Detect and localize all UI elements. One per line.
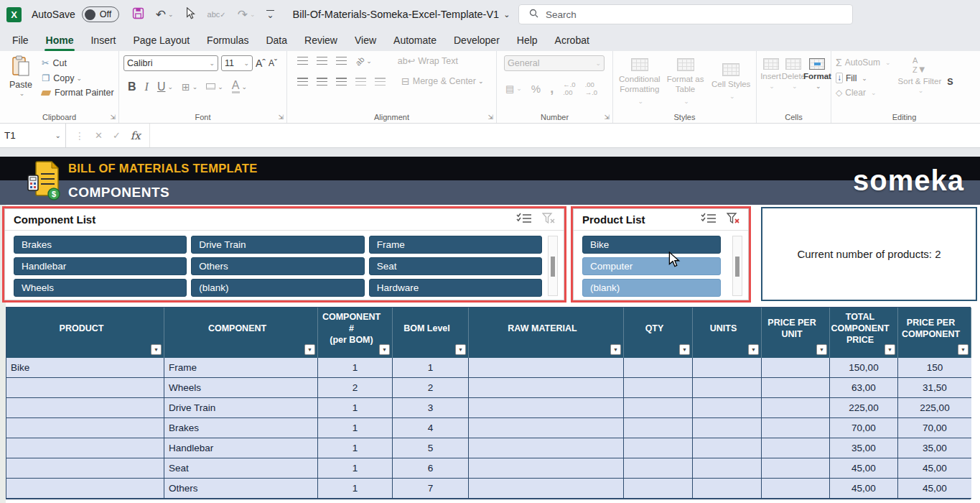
decrease-font-icon[interactable]: Aˇ — [269, 58, 277, 68]
col-header-price-per-unit[interactable]: PRICE PER UNIT▼ — [762, 308, 830, 358]
col-header-total-component-price[interactable]: TOTAL COMPONENT PRICE▼ — [830, 308, 898, 358]
scrollbar-thumb[interactable] — [551, 257, 555, 277]
slicer-item-bike[interactable]: Bike — [582, 236, 721, 254]
align-middle-icon[interactable] — [317, 57, 327, 65]
col-header-raw-material[interactable]: RAW MATERIAL▼ — [469, 308, 624, 358]
cell-product[interactable] — [6, 398, 164, 418]
number-dialog-launcher-icon[interactable]: ⇲ — [604, 114, 610, 121]
cell-product[interactable] — [6, 438, 164, 458]
cell-total-component-price[interactable]: 150,00 — [830, 358, 898, 378]
filter-dropdown-icon[interactable]: ▼ — [304, 344, 315, 355]
cell-price-per-unit[interactable] — [762, 378, 830, 398]
orientation-button[interactable]: ab⌄ — [355, 57, 372, 65]
align-center-icon[interactable] — [317, 78, 327, 86]
tab-help[interactable]: Help — [508, 30, 546, 50]
tab-developer[interactable]: Developer — [445, 30, 508, 50]
fill-color-button[interactable]: ⌄ — [206, 83, 223, 91]
cell-price-per-component[interactable]: 45,00 — [898, 458, 971, 479]
cell-bom-level[interactable]: 5 — [393, 438, 469, 458]
cell-price-per-unit[interactable] — [762, 458, 830, 479]
autosave-toggle[interactable]: Off — [82, 6, 119, 22]
filter-dropdown-icon[interactable]: ▼ — [679, 344, 690, 355]
filter-dropdown-icon[interactable]: ▼ — [379, 344, 390, 355]
cell-units[interactable] — [693, 479, 762, 499]
cell-component-no[interactable]: 1 — [318, 398, 393, 418]
paste-button[interactable]: Paste ⌄ — [4, 55, 37, 97]
save-icon[interactable] — [132, 7, 144, 22]
align-left-icon[interactable] — [297, 78, 308, 86]
cell-total-component-price[interactable]: 35,00 — [830, 438, 898, 458]
cell-units[interactable] — [693, 418, 762, 438]
cell-units[interactable] — [693, 358, 762, 378]
filter-dropdown-icon[interactable]: ▼ — [748, 344, 759, 355]
cell-units[interactable] — [693, 378, 762, 398]
cell-component-no[interactable]: 1 — [318, 458, 393, 479]
cell-component[interactable]: Wheels — [164, 378, 318, 398]
cell-bom-level[interactable]: 3 — [393, 398, 469, 418]
underline-button[interactable]: U⌄ — [157, 80, 173, 93]
cell-total-component-price[interactable]: 70,00 — [830, 418, 898, 438]
component-slicer-scrollbar[interactable] — [548, 236, 558, 296]
format-cells-button[interactable]: Format⌄ — [806, 55, 829, 90]
align-top-icon[interactable] — [297, 57, 308, 65]
excel-logo-icon[interactable]: X — [6, 7, 22, 22]
cell-product[interactable] — [6, 458, 164, 479]
font-color-button[interactable]: A⌄ — [232, 80, 247, 93]
cell-bom-level[interactable]: 4 — [393, 418, 469, 438]
cell-bom-level[interactable]: 1 — [393, 358, 469, 378]
slicer-item-wheels[interactable]: Wheels — [14, 279, 187, 297]
cell-component[interactable]: Seat — [164, 458, 318, 479]
tab-page-layout[interactable]: Page Layout — [124, 30, 198, 50]
cell-component-no[interactable]: 1 — [318, 438, 393, 458]
col-header-component[interactable]: COMPONENT▼ — [164, 308, 318, 358]
clear-filter-icon-active[interactable] — [727, 213, 739, 227]
slicer-item-others[interactable]: Others — [191, 257, 364, 275]
cell-price-per-component[interactable]: 225,00 — [898, 398, 971, 418]
cell-total-component-price[interactable]: 63,00 — [830, 378, 898, 398]
customize-qat-icon[interactable]: ⌄ — [266, 10, 274, 19]
align-bottom-icon[interactable] — [336, 57, 347, 65]
filter-dropdown-icon[interactable]: ▼ — [151, 344, 162, 355]
document-title[interactable]: Bill-Of-Materials-Someka-Excel-Template-… — [293, 9, 500, 20]
slicer-item-blank-component[interactable]: (blank) — [191, 279, 364, 297]
slicer-item-seat[interactable]: Seat — [369, 257, 542, 275]
cell-price-per-component[interactable]: 35,00 — [898, 438, 971, 458]
align-right-icon[interactable] — [336, 78, 347, 86]
bold-button[interactable]: B — [128, 80, 136, 93]
cell-component[interactable]: Brakes — [164, 418, 318, 438]
search-bar[interactable] — [518, 4, 853, 24]
cell-price-per-unit[interactable] — [762, 479, 830, 499]
filter-dropdown-icon[interactable]: ▼ — [455, 344, 466, 355]
tab-insert[interactable]: Insert — [82, 30, 124, 50]
product-slicer-scrollbar[interactable] — [732, 236, 742, 296]
filter-dropdown-icon[interactable]: ▼ — [885, 344, 895, 355]
cell-price-per-unit[interactable] — [762, 418, 830, 438]
cell-product[interactable] — [6, 479, 164, 499]
cell-raw-material[interactable] — [469, 398, 624, 418]
filter-dropdown-icon[interactable]: ▼ — [958, 344, 969, 355]
slicer-item-hardware[interactable]: Hardware — [369, 279, 542, 297]
cell-qty[interactable] — [624, 378, 693, 398]
cell-price-per-component[interactable]: 31,50 — [898, 378, 971, 398]
slicer-item-handlebar[interactable]: Handlebar — [14, 257, 187, 275]
search-input[interactable] — [546, 9, 818, 20]
cell-total-component-price[interactable]: 45,00 — [830, 479, 898, 499]
slicer-item-computer[interactable]: Computer — [582, 257, 721, 275]
slicer-item-drive-train[interactable]: Drive Train — [191, 236, 364, 254]
tab-acrobat[interactable]: Acrobat — [546, 30, 598, 50]
name-box[interactable]: T1 ⌄ — [0, 124, 66, 147]
formula-input[interactable] — [149, 124, 980, 147]
tab-file[interactable]: File — [4, 30, 37, 50]
slicer-item-brakes[interactable]: Brakes — [14, 236, 187, 254]
scrollbar-thumb[interactable] — [735, 257, 739, 277]
cell-units[interactable] — [693, 398, 762, 418]
col-header-qty[interactable]: QTY▼ — [624, 308, 693, 358]
cell-bom-level[interactable]: 7 — [393, 479, 469, 499]
tab-formulas[interactable]: Formulas — [198, 30, 257, 50]
tab-view[interactable]: View — [346, 30, 385, 50]
cut-button[interactable]: ✂Cut — [42, 57, 114, 68]
tab-automate[interactable]: Automate — [385, 30, 445, 50]
cell-price-per-unit[interactable] — [762, 358, 830, 378]
font-family-combo[interactable]: Calibri⌄ — [123, 55, 218, 71]
format-painter-button[interactable]: Format Painter — [42, 88, 114, 98]
